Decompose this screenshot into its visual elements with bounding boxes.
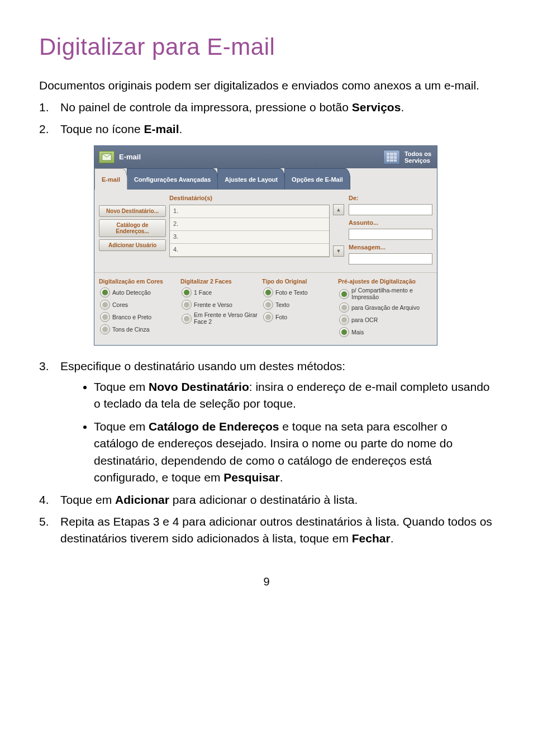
ui-title: E-mail [119,152,141,163]
printer-ui-panel: E-mail Todos os Serviços E-mail Configur… [94,145,437,346]
option-heading-color: Digitalização em Cores [99,277,177,286]
grid-icon [383,150,400,164]
step-text: No painel de controle da impressora, pre… [60,101,352,114]
step-text: . [179,122,182,135]
option-share-print[interactable]: p/ Compartilha-mento e Impressão [339,287,432,300]
radio-icon [263,300,273,310]
all-services-l1: Todos os [404,150,431,157]
option-grayscale[interactable]: Tons de Cinza [100,324,177,334]
list-item[interactable]: 3. [170,231,329,244]
ui-header: E-mail Todos os Serviços [94,146,437,168]
bullet-item: Toque em Catálogo de Endereços e toque n… [94,418,494,486]
radio-icon [339,315,349,325]
list-item[interactable]: 2. [170,218,329,231]
option-save-file[interactable]: para Gravação de Arquivo [339,303,432,313]
radio-icon [339,303,349,313]
option-photo-text[interactable]: Foto e Texto [263,287,335,297]
page-number: 9 [39,575,494,588]
tab-bar: E-mail Configurações Avançadas Ajustes d… [94,168,437,190]
option-ocr[interactable]: para OCR [339,315,432,325]
radio-icon [100,312,110,322]
option-bw[interactable]: Branco e Preto [100,312,177,322]
step-bold: E-mail [144,122,179,135]
list-item[interactable]: 1. [170,205,329,218]
list-item[interactable]: 4. [170,244,329,257]
tab-email-options[interactable]: Opções de E-Mail [284,168,350,190]
radio-icon [100,324,110,334]
radio-icon [182,300,192,310]
from-label: De: [349,194,432,203]
page-heading: Digitalizar para E-mail [39,34,494,60]
mail-icon [99,151,115,163]
radio-icon [263,287,273,297]
radio-icon [182,314,192,324]
radio-icon [100,287,110,297]
option-more[interactable]: Mais [339,327,432,337]
step-text: Toque no ícone [60,122,144,135]
radio-icon [339,289,349,299]
option-2side-rotate[interactable]: Em Frente e Verso Girar Face 2 [182,312,259,325]
from-field[interactable] [349,204,432,215]
radio-icon [339,327,349,337]
all-services-button[interactable]: Todos os Serviços [383,150,431,164]
radio-icon [182,287,192,297]
step-3: Especifique o destinatário usando um des… [39,358,494,486]
step-text: Especifique o destinatário usando um des… [60,360,345,372]
option-1side[interactable]: 1 Face [182,287,259,297]
option-heading-originaltype: Tipo do Original [262,277,335,286]
scroll-up-button[interactable]: ▲ [333,204,344,215]
option-color[interactable]: Cores [100,300,177,310]
bullet-item: Toque em Novo Destinatário: insira o end… [94,379,494,413]
intro-text: Documentos originais podem ser digitaliz… [39,77,494,93]
all-services-l2: Serviços [404,157,431,164]
option-text[interactable]: Texto [263,300,335,310]
option-auto-detect[interactable]: Auto Detecção [100,287,177,297]
add-user-button[interactable]: Adicionar Usuário [99,239,166,251]
option-2side[interactable]: Frente e Verso [182,300,259,310]
step-5: Repita as Etapas 3 e 4 para adicionar ou… [39,513,494,547]
recipients-header: Destinatário(s) [169,194,330,203]
radio-icon [100,300,110,310]
step-bold: Serviços [352,101,401,114]
option-heading-presets: Pré-ajustes de Digitalização [338,277,432,286]
tab-advanced[interactable]: Configurações Avançadas [127,168,218,190]
tab-layout[interactable]: Ajustes de Layout [217,168,285,190]
step-2: Toque no ícone E-mail. E-mail Todos os S [39,121,494,346]
scroll-down-button[interactable]: ▼ [333,245,344,257]
subject-field[interactable] [349,229,432,240]
message-label: Mensagem... [349,243,432,252]
tab-email[interactable]: E-mail [94,168,127,190]
option-photo[interactable]: Foto [263,312,335,322]
address-book-button[interactable]: Catálogo de Endereços... [99,219,166,237]
new-recipient-button[interactable]: Novo Destinatário... [99,205,166,217]
step-4: Toque em Adicionar para adicionar o dest… [39,492,494,508]
message-field[interactable] [349,253,432,264]
option-heading-2sided: Digitalizar 2 Faces [180,277,259,286]
recipients-list[interactable]: 1. 2. 3. 4. [169,205,330,257]
radio-icon [263,312,273,322]
step-text: . [401,101,404,114]
subject-label: Assunto... [349,219,432,228]
step-1: No painel de controle da impressora, pre… [39,99,494,116]
